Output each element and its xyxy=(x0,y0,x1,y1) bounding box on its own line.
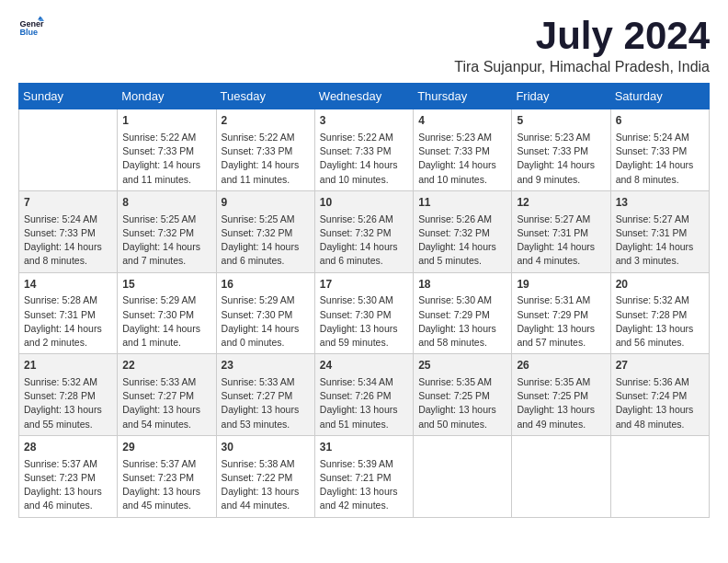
day-number: 4 xyxy=(418,113,506,129)
calendar-cell xyxy=(414,435,512,517)
calendar-cell: 29Sunrise: 5:37 AM Sunset: 7:23 PM Dayli… xyxy=(118,435,216,517)
calendar-cell: 20Sunrise: 5:32 AM Sunset: 7:28 PM Dayli… xyxy=(610,272,709,354)
day-info: Sunrise: 5:30 AM Sunset: 7:29 PM Dayligh… xyxy=(418,293,506,350)
location-title: Tira Sujanpur, Himachal Pradesh, India xyxy=(454,59,710,75)
day-info: Sunrise: 5:22 AM Sunset: 7:33 PM Dayligh… xyxy=(122,131,210,187)
day-info: Sunrise: 5:37 AM Sunset: 7:23 PM Dayligh… xyxy=(24,457,112,513)
day-number: 2 xyxy=(222,113,310,129)
day-info: Sunrise: 5:26 AM Sunset: 7:32 PM Dayligh… xyxy=(320,213,408,269)
calendar-cell: 4Sunrise: 5:23 AM Sunset: 7:33 PM Daylig… xyxy=(414,109,512,191)
day-info: Sunrise: 5:38 AM Sunset: 7:22 PM Dayligh… xyxy=(222,457,310,513)
page-header: General Blue July 2024 Tira Sujanpur, Hi… xyxy=(18,15,710,75)
calendar-week-4: 28Sunrise: 5:37 AM Sunset: 7:23 PM Dayli… xyxy=(19,435,710,517)
day-info: Sunrise: 5:34 AM Sunset: 7:26 PM Dayligh… xyxy=(320,375,408,431)
day-number: 30 xyxy=(222,440,310,455)
calendar-cell: 31Sunrise: 5:39 AM Sunset: 7:21 PM Dayli… xyxy=(314,435,413,517)
calendar-cell: 30Sunrise: 5:38 AM Sunset: 7:22 PM Dayli… xyxy=(216,435,314,517)
day-number: 23 xyxy=(222,358,310,373)
header-monday: Monday xyxy=(118,84,216,109)
day-info: Sunrise: 5:33 AM Sunset: 7:27 PM Dayligh… xyxy=(222,375,310,431)
day-info: Sunrise: 5:22 AM Sunset: 7:33 PM Dayligh… xyxy=(320,131,408,187)
title-block: July 2024 Tira Sujanpur, Himachal Prades… xyxy=(454,15,710,75)
day-info: Sunrise: 5:23 AM Sunset: 7:33 PM Dayligh… xyxy=(418,131,506,187)
day-number: 10 xyxy=(320,195,408,211)
day-info: Sunrise: 5:25 AM Sunset: 7:32 PM Dayligh… xyxy=(122,213,210,269)
day-number: 3 xyxy=(320,113,408,129)
calendar-cell: 8Sunrise: 5:25 AM Sunset: 7:32 PM Daylig… xyxy=(118,190,216,272)
calendar-week-0: 1Sunrise: 5:22 AM Sunset: 7:33 PM Daylig… xyxy=(19,109,710,191)
calendar-cell: 21Sunrise: 5:32 AM Sunset: 7:28 PM Dayli… xyxy=(19,354,118,436)
day-number: 21 xyxy=(24,358,112,373)
day-info: Sunrise: 5:27 AM Sunset: 7:31 PM Dayligh… xyxy=(517,213,605,269)
calendar-cell: 27Sunrise: 5:36 AM Sunset: 7:24 PM Dayli… xyxy=(610,354,709,436)
day-info: Sunrise: 5:25 AM Sunset: 7:32 PM Dayligh… xyxy=(222,213,310,269)
day-info: Sunrise: 5:35 AM Sunset: 7:25 PM Dayligh… xyxy=(517,375,605,431)
day-number: 6 xyxy=(616,113,704,129)
header-tuesday: Tuesday xyxy=(216,84,314,109)
calendar-cell xyxy=(512,435,610,517)
calendar-header-row: Sunday Monday Tuesday Wednesday Thursday… xyxy=(19,84,710,109)
day-info: Sunrise: 5:24 AM Sunset: 7:33 PM Dayligh… xyxy=(24,213,112,269)
calendar-cell: 13Sunrise: 5:27 AM Sunset: 7:31 PM Dayli… xyxy=(610,190,709,272)
calendar-cell: 14Sunrise: 5:28 AM Sunset: 7:31 PM Dayli… xyxy=(19,272,118,354)
svg-text:Blue: Blue xyxy=(19,28,38,37)
day-number: 13 xyxy=(616,195,704,211)
calendar-cell: 5Sunrise: 5:23 AM Sunset: 7:33 PM Daylig… xyxy=(512,109,610,191)
calendar-week-2: 14Sunrise: 5:28 AM Sunset: 7:31 PM Dayli… xyxy=(19,272,710,354)
calendar-cell: 16Sunrise: 5:29 AM Sunset: 7:30 PM Dayli… xyxy=(216,272,314,354)
day-number: 16 xyxy=(222,277,310,293)
calendar-cell: 10Sunrise: 5:26 AM Sunset: 7:32 PM Dayli… xyxy=(314,190,413,272)
day-number: 24 xyxy=(320,358,408,373)
day-info: Sunrise: 5:36 AM Sunset: 7:24 PM Dayligh… xyxy=(616,375,704,431)
day-info: Sunrise: 5:37 AM Sunset: 7:23 PM Dayligh… xyxy=(122,457,210,513)
day-info: Sunrise: 5:22 AM Sunset: 7:33 PM Dayligh… xyxy=(222,131,310,187)
calendar-cell: 24Sunrise: 5:34 AM Sunset: 7:26 PM Dayli… xyxy=(314,354,413,436)
day-info: Sunrise: 5:27 AM Sunset: 7:31 PM Dayligh… xyxy=(616,213,704,269)
calendar-cell: 19Sunrise: 5:31 AM Sunset: 7:29 PM Dayli… xyxy=(512,272,610,354)
day-info: Sunrise: 5:32 AM Sunset: 7:28 PM Dayligh… xyxy=(616,293,704,350)
day-number: 18 xyxy=(418,277,506,293)
day-number: 14 xyxy=(24,277,112,293)
header-sunday: Sunday xyxy=(19,84,118,109)
day-number: 20 xyxy=(616,277,704,293)
day-number: 5 xyxy=(517,113,605,129)
header-wednesday: Wednesday xyxy=(314,84,413,109)
day-info: Sunrise: 5:39 AM Sunset: 7:21 PM Dayligh… xyxy=(320,457,408,513)
day-number: 29 xyxy=(122,440,210,455)
calendar-cell: 15Sunrise: 5:29 AM Sunset: 7:30 PM Dayli… xyxy=(118,272,216,354)
calendar-cell: 25Sunrise: 5:35 AM Sunset: 7:25 PM Dayli… xyxy=(414,354,512,436)
logo-icon: General Blue xyxy=(18,15,44,40)
day-info: Sunrise: 5:26 AM Sunset: 7:32 PM Dayligh… xyxy=(418,213,506,269)
day-info: Sunrise: 5:33 AM Sunset: 7:27 PM Dayligh… xyxy=(122,375,210,431)
day-number: 31 xyxy=(320,440,408,455)
calendar-week-3: 21Sunrise: 5:32 AM Sunset: 7:28 PM Dayli… xyxy=(19,354,710,436)
calendar-cell: 11Sunrise: 5:26 AM Sunset: 7:32 PM Dayli… xyxy=(414,190,512,272)
calendar-week-1: 7Sunrise: 5:24 AM Sunset: 7:33 PM Daylig… xyxy=(19,190,710,272)
calendar-cell: 9Sunrise: 5:25 AM Sunset: 7:32 PM Daylig… xyxy=(216,190,314,272)
day-number: 11 xyxy=(418,195,506,211)
day-number: 15 xyxy=(122,277,210,293)
day-number: 27 xyxy=(616,358,704,373)
day-info: Sunrise: 5:30 AM Sunset: 7:30 PM Dayligh… xyxy=(320,293,408,350)
day-info: Sunrise: 5:24 AM Sunset: 7:33 PM Dayligh… xyxy=(616,131,704,187)
day-number: 12 xyxy=(517,195,605,211)
logo: General Blue xyxy=(18,15,44,40)
calendar-cell: 3Sunrise: 5:22 AM Sunset: 7:33 PM Daylig… xyxy=(314,109,413,191)
day-number: 9 xyxy=(222,195,310,211)
header-thursday: Thursday xyxy=(414,84,512,109)
day-info: Sunrise: 5:29 AM Sunset: 7:30 PM Dayligh… xyxy=(122,293,210,350)
calendar-cell xyxy=(19,109,118,191)
calendar-cell: 7Sunrise: 5:24 AM Sunset: 7:33 PM Daylig… xyxy=(19,190,118,272)
header-friday: Friday xyxy=(512,84,610,109)
day-number: 7 xyxy=(24,195,112,211)
calendar-cell: 18Sunrise: 5:30 AM Sunset: 7:29 PM Dayli… xyxy=(414,272,512,354)
calendar-cell: 28Sunrise: 5:37 AM Sunset: 7:23 PM Dayli… xyxy=(19,435,118,517)
day-number: 26 xyxy=(517,358,605,373)
day-info: Sunrise: 5:35 AM Sunset: 7:25 PM Dayligh… xyxy=(418,375,506,431)
month-title: July 2024 xyxy=(454,15,710,57)
calendar-cell xyxy=(610,435,709,517)
header-saturday: Saturday xyxy=(610,84,709,109)
calendar-cell: 22Sunrise: 5:33 AM Sunset: 7:27 PM Dayli… xyxy=(118,354,216,436)
day-info: Sunrise: 5:23 AM Sunset: 7:33 PM Dayligh… xyxy=(517,131,605,187)
calendar-table: Sunday Monday Tuesday Wednesday Thursday… xyxy=(18,83,710,517)
